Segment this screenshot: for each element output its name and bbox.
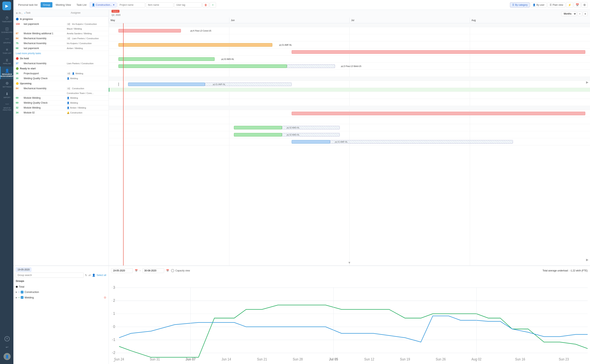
app-logo[interactable]: ▶: [2, 2, 11, 10]
sidebar-item-import[interactable]: ⬇ IMPORT: [0, 90, 13, 100]
collapse-indicator[interactable]: ▼: [348, 261, 351, 265]
task-name-mech-assembly-4: Mechanical Assembly: [24, 87, 67, 90]
settings-small-icon: ⚙: [16, 12, 18, 15]
chevron-welding[interactable]: ▶: [16, 296, 17, 299]
tab-task-list[interactable]: Task List: [74, 2, 89, 7]
group-item-welding[interactable]: ▶ ● ✓ Welding ⊙: [16, 295, 106, 300]
filter-btn[interactable]: ⚡: [566, 2, 573, 8]
sidebar-item-timesheet[interactable]: ⏱ TIMESHEET: [0, 14, 13, 25]
task-assignee-construction-1: +1 Construction: [67, 87, 106, 90]
checkbox-welding[interactable]: ✓: [21, 296, 23, 299]
construction-filter-btn[interactable]: 👤 Construction... ▾: [90, 2, 117, 7]
month-next-btn[interactable]: +: [583, 12, 588, 16]
task-name-module-02: Module 02: [24, 111, 67, 114]
welding-alert-icon: ⊙: [104, 296, 106, 299]
refresh-icon[interactable]: ↻: [85, 273, 87, 277]
bar-label-2: prj 01 AMF-NL: [279, 44, 292, 46]
group-item-construction[interactable]: ▶ ● ✓ Construction: [16, 289, 106, 295]
task-assignee-liam: +2 Liam Peeters / Construction: [67, 37, 106, 40]
svg-text:Jun 07: Jun 07: [185, 358, 196, 361]
section-on-hold[interactable]: 🔴 On hold: [13, 56, 109, 61]
gantt-bar-6b: [205, 83, 292, 86]
header-pr: ⚙ Pr... ＋: [16, 11, 26, 15]
svg-text:Sun 16: Sun 16: [515, 358, 525, 361]
construction-filter-icon: 👤: [92, 3, 95, 6]
gantt-months: May Jun Jul Aug: [109, 18, 590, 23]
chevron-construction[interactable]: ▶: [16, 291, 17, 293]
date-end-input[interactable]: [143, 268, 164, 273]
sidebar-item-dashboard[interactable]: ◫ DASHBOARD: [0, 25, 13, 35]
task-pr-87: 87: [16, 32, 22, 35]
section-in-progress[interactable]: 🔵 In progress: [13, 17, 109, 22]
item-name-input[interactable]: [146, 2, 173, 7]
dot-construction: ●: [19, 291, 20, 293]
filter-small-icon[interactable]: ⇄: [88, 273, 91, 277]
project-name-input[interactable]: [118, 2, 145, 7]
month-prev-btn[interactable]: −: [577, 12, 582, 16]
svg-text:Sun 23: Sun 23: [559, 358, 569, 361]
plain-view-btn[interactable]: ☰ Plain view: [547, 2, 565, 7]
task-assignee-welding-4: 👤 Welding: [67, 102, 106, 104]
task-assignee-welding-3: 👤 Welding: [67, 97, 106, 99]
table-row: 75 Mechanical Assembly Iris Kuipers / Co…: [13, 41, 109, 46]
months-select[interactable]: Months Weeks Days: [561, 11, 577, 16]
sidebar-item-graphs[interactable]: 〰 GRAPHS: [0, 35, 13, 46]
task-panel-header: ⚙ Pr... ＋ Task Assignee: [13, 10, 109, 17]
ready-to-start-label: Ready to start: [20, 67, 36, 70]
gantt-row-37: prj 01 AMF-NL: [109, 81, 590, 88]
tab-group[interactable]: Group: [41, 2, 52, 7]
delete-button[interactable]: 🗑: [203, 2, 209, 7]
user-small-icon[interactable]: 👤: [92, 273, 95, 277]
help-button[interactable]: ?: [0, 334, 13, 343]
table-row: 87 Module Welding additional 1 Amelia Sa…: [13, 31, 109, 36]
section-upcoming[interactable]: 🟡 Upcoming: [13, 81, 109, 86]
select-all-btn[interactable]: Select all: [97, 274, 106, 277]
by-user-btn[interactable]: 👤 By user: [531, 2, 547, 7]
sidebar-bottom: ? ↩ 👤: [0, 334, 13, 364]
what-if-icon: 〰: [5, 102, 9, 107]
in-progress-label: In progress: [20, 18, 33, 20]
dot-welding: ●: [19, 297, 20, 299]
tab-personal-task-list[interactable]: Personal task list: [16, 2, 40, 7]
header-assignee: Assignee: [71, 11, 106, 15]
task-assignee-iris: +2 Iris Kuipers / Construction: [67, 23, 106, 26]
sidebar-label-what-if: WHAT-IFANALYSIS: [3, 107, 11, 111]
task-pr-37: 37: [16, 62, 22, 65]
checkbox-construction[interactable]: ✓: [21, 291, 23, 293]
user-tag-input[interactable]: [174, 2, 202, 7]
capacity-toggle[interactable]: Capacity view: [171, 269, 190, 272]
tab-meeting-view[interactable]: Meeting View: [53, 2, 73, 7]
by-category-btn[interactable]: ☰ By category: [510, 2, 530, 7]
sidebar-item-pipeline[interactable]: ⧖ PIPELINE: [0, 56, 13, 67]
gantt-section-in-progress: [109, 23, 590, 27]
sidebar-item-resource-management[interactable]: 👤 RESOURCEMANAGEMENT: [0, 67, 13, 79]
section-ready-to-start[interactable]: 🟢 Ready to start: [13, 66, 109, 71]
sidebar-item-settings[interactable]: ⚙ SETTINGS: [0, 79, 13, 90]
logout-button[interactable]: ↩: [0, 343, 13, 351]
user-avatar[interactable]: 👤: [0, 351, 13, 362]
sidebar-item-what-if[interactable]: 〰 WHAT-IFANALYSIS: [0, 100, 13, 113]
sidebar-item-tasklist[interactable]: ≡ TASK LIST: [0, 46, 13, 56]
task-name-projectsupport: Projectsupport: [24, 72, 67, 75]
task-pr-75: 75: [16, 42, 22, 45]
gantt-row-69a: prj 02 AMS-NL: [109, 124, 590, 131]
calendar-btn[interactable]: 📅: [574, 2, 581, 8]
gantt-bar-9b: [282, 133, 340, 136]
on-hold-icon: 🔴: [16, 57, 19, 60]
gantt-row-32: prj 01 AMF-NL: [109, 138, 590, 145]
calendar-end-icon: 📅: [166, 269, 169, 272]
group-search-input[interactable]: [16, 273, 84, 278]
load-more-btn[interactable]: Load more priority tasks: [13, 51, 109, 56]
gantt-row-69b: prj 02 AMS-NL: [109, 131, 590, 138]
scroll-indicator[interactable]: ▶: [586, 80, 588, 84]
svg-text:-2: -2: [112, 351, 115, 355]
gantt-section-ready: [109, 88, 590, 92]
task-name-mech-assembly-1: Mechanical Assembly: [24, 37, 67, 40]
config-btn[interactable]: ⚙: [582, 2, 588, 8]
content-area: ⚙ Pr... ＋ Task Assignee 🔵 In progress 10…: [13, 10, 590, 266]
date-start-input[interactable]: [111, 268, 133, 273]
scroll-indicator-bottom[interactable]: ▶: [586, 258, 588, 262]
months-control: Months Weeks Days − +: [561, 11, 588, 16]
add-button[interactable]: ＋: [210, 2, 216, 8]
group-item-total[interactable]: Total: [16, 284, 106, 289]
